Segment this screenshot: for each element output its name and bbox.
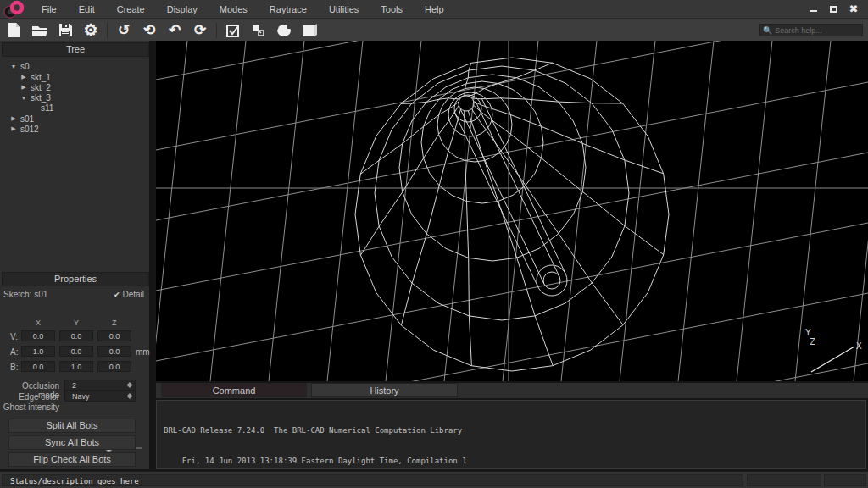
- status-text: Status/description goes here: [10, 477, 139, 485]
- row-label-v: V:: [10, 332, 18, 341]
- column-header-z: Z: [112, 319, 117, 327]
- sync-all-bots-button[interactable]: Sync All Bots: [8, 435, 136, 450]
- maximize-icon[interactable]: [827, 4, 839, 14]
- row-label-a: A:: [10, 347, 18, 357]
- row-label-b: B:: [10, 363, 18, 372]
- status-segment-mid: [747, 474, 821, 486]
- tree-item-s11[interactable]: s11: [41, 103, 53, 113]
- save-icon[interactable]: [53, 20, 78, 41]
- toolbar-separator: [107, 23, 108, 38]
- console-line: Fri, 14 Jun 2013 13:18:39 Eastern Daylig…: [164, 456, 865, 466]
- tree-item-s012[interactable]: ▶s012: [10, 124, 39, 134]
- settings-gear-icon[interactable]: ⚙: [78, 20, 103, 41]
- framebuffer-icon[interactable]: [297, 20, 322, 41]
- console-line: BRL-CAD Release 7.24.0 The BRL-CAD Numer…: [164, 425, 865, 435]
- minimize-icon[interactable]: [807, 4, 819, 14]
- chevron-right-icon[interactable]: ▶: [20, 74, 27, 80]
- search-input[interactable]: [775, 26, 860, 35]
- tree-item-label: skt_3: [31, 93, 51, 103]
- column-header-x: X: [36, 319, 41, 327]
- tree-item-label: s11: [41, 103, 53, 113]
- menu-create[interactable]: Create: [106, 0, 156, 19]
- sidebar: Tree ▼s0 ▶skt_1 ▶skt_2 ▼skt_3 s11 ▶s01 ▶…: [0, 41, 153, 469]
- menu-raytrace[interactable]: Raytrace: [259, 0, 318, 19]
- tree-item-label: s0: [20, 62, 30, 71]
- chevron-right-icon[interactable]: ▶: [20, 84, 27, 91]
- brlcad-logo: [0, 0, 31, 19]
- undo-curve-icon[interactable]: ↶: [162, 20, 187, 41]
- close-icon[interactable]: ✖: [848, 3, 860, 15]
- redo-dashed-icon[interactable]: ⟳: [187, 20, 213, 41]
- move-copy-icon[interactable]: [246, 20, 271, 41]
- detail-label: Detail: [122, 290, 144, 299]
- brlcad-logo-icon: [0, 0, 31, 19]
- tree-item-skt2[interactable]: ▶skt_2: [20, 82, 51, 92]
- spinner-arrows-icon: [127, 393, 132, 399]
- v-x-field[interactable]: [21, 330, 55, 341]
- menu-display[interactable]: Display: [156, 0, 209, 19]
- a-z-field[interactable]: [97, 346, 131, 357]
- title-bar: File Edit Create Display Modes Raytrace …: [0, 0, 868, 19]
- console-tab-row: Command History: [156, 383, 868, 398]
- tree-item-label: s01: [20, 114, 34, 124]
- b-y-field[interactable]: [59, 361, 93, 372]
- flip-check-all-bots-button[interactable]: Flip Check All Bots: [8, 452, 136, 467]
- a-x-field[interactable]: [21, 346, 55, 357]
- viewport-wireframe: YZX: [156, 41, 868, 381]
- search-box: 🔍: [760, 24, 863, 36]
- menu-edit[interactable]: Edit: [68, 0, 106, 19]
- menu-help[interactable]: Help: [414, 0, 455, 19]
- status-segment-right: [824, 474, 866, 486]
- command-console[interactable]: BRL-CAD Release 7.24.0 The BRL-CAD Numer…: [156, 400, 866, 469]
- tree-item-s0[interactable]: ▼s0: [10, 61, 30, 71]
- svg-text:X: X: [856, 341, 862, 352]
- check-icon: ✔: [114, 291, 120, 299]
- edge-color-value: Navy: [72, 392, 90, 401]
- menu-file[interactable]: File: [31, 0, 68, 19]
- v-y-field[interactable]: [59, 330, 93, 341]
- column-header-y: Y: [74, 319, 79, 327]
- occlusion-mode-select[interactable]: 2: [64, 380, 136, 391]
- menu-tools[interactable]: Tools: [370, 0, 414, 19]
- viewport-3d[interactable]: YZX: [156, 41, 868, 381]
- toolbar: ⚙ ↺ ⟲ ↶ ⟳ 🔍: [0, 19, 868, 41]
- tree-pane-header: Tree: [2, 42, 149, 57]
- svg-text:Z: Z: [810, 336, 815, 347]
- tree-item-s01[interactable]: ▶s01: [10, 114, 34, 124]
- undo-filled-icon[interactable]: ⟲: [136, 20, 162, 41]
- edge-color-label: Edge color: [0, 392, 59, 402]
- search-icon: 🔍: [760, 26, 775, 35]
- status-bar: Status/description goes here: [0, 471, 868, 488]
- occlusion-mode-value: 2: [72, 381, 76, 390]
- tab-command[interactable]: Command: [161, 383, 307, 397]
- chevron-down-icon[interactable]: ▼: [10, 64, 17, 69]
- edge-color-select[interactable]: Navy: [64, 391, 136, 402]
- undo-icon[interactable]: ↺: [111, 20, 136, 41]
- b-z-field[interactable]: [97, 361, 131, 372]
- menu-utilities[interactable]: Utilities: [318, 0, 370, 19]
- menu-modes[interactable]: Modes: [209, 0, 259, 19]
- new-file-icon[interactable]: [2, 20, 27, 41]
- chevron-down-icon[interactable]: ▼: [20, 95, 27, 101]
- tree-item-label: skt_2: [31, 83, 51, 92]
- tree-item-label: skt_1: [31, 73, 51, 82]
- unit-label: mm: [136, 347, 150, 357]
- chevron-right-icon[interactable]: ▶: [10, 115, 17, 122]
- tree-item-skt3[interactable]: ▼skt_3: [20, 92, 51, 103]
- tab-history[interactable]: History: [311, 383, 458, 397]
- raytrace-icon[interactable]: [271, 20, 297, 41]
- v-z-field[interactable]: [97, 330, 131, 341]
- edit-box-icon[interactable]: [220, 20, 246, 41]
- toolbar-separator: [216, 23, 217, 38]
- properties-pane-header: Properties: [2, 272, 149, 286]
- ghost-intensity-label: Ghost intensity: [0, 402, 59, 412]
- detail-checkbox[interactable]: ✔ Detail: [114, 290, 144, 299]
- tree-item-skt1[interactable]: ▶skt_1: [20, 72, 51, 82]
- split-all-bots-button[interactable]: Split All Bots: [8, 419, 136, 433]
- spinner-arrows-icon: [127, 382, 132, 388]
- b-x-field[interactable]: [21, 361, 55, 372]
- chevron-right-icon[interactable]: ▶: [10, 125, 17, 132]
- tree-item-label: s012: [20, 125, 39, 134]
- open-folder-icon[interactable]: [27, 20, 53, 41]
- a-y-field[interactable]: [59, 346, 93, 357]
